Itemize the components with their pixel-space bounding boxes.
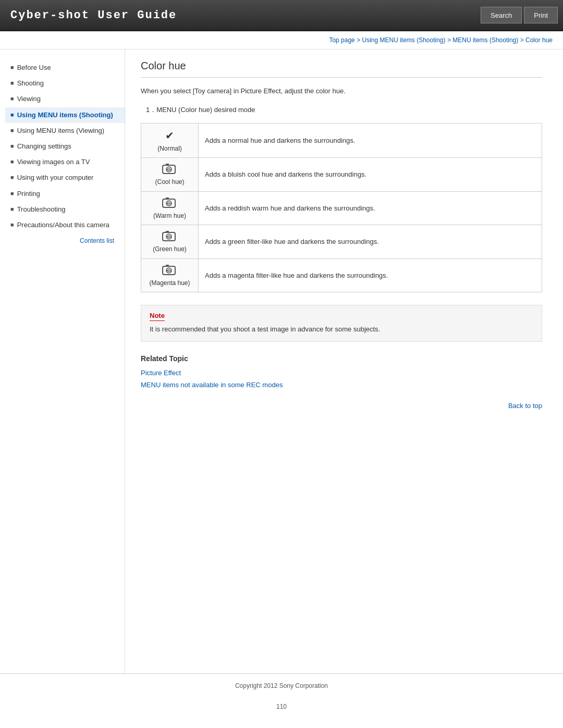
table-cell-desc: Adds a green filter-like hue and darkens… [199,225,542,259]
sidebar-label: Using MENU items (Shooting) [17,110,113,120]
table-row: TOY (Magenta hue) Adds a magenta filter-… [141,258,542,292]
sidebar-item-using-computer[interactable]: ■ Using with your computer [5,170,125,186]
table-row: TOY (Green hue) Adds a green filter-like… [141,225,542,259]
page-title: Color hue [141,60,542,78]
sidebar-item-viewing[interactable]: ■ Viewing [5,91,125,107]
hue-label: (Cool hue) [155,178,184,186]
table-cell-desc: Adds a magenta filter-like hue and darke… [199,258,542,292]
breadcrumb-link-1[interactable]: Top page [329,36,354,44]
toy-camera-icon: TOY [162,196,176,211]
svg-rect-8 [166,198,169,199]
main-content: Color hue When you select [Toy camera] i… [125,50,563,673]
toy-camera-icon: TOY [162,162,176,177]
bullet-icon: ■ [10,221,14,229]
table-cell-icon: ✔ (Normal) [141,123,199,158]
hue-label: (Green hue) [153,245,187,253]
header-buttons: Search Print [481,0,563,30]
sidebar-label: Troubleshooting [17,205,66,214]
hue-label: (Warm hue) [153,212,186,219]
contents-list-link[interactable]: Contents list [5,233,125,249]
table-row: ✔ (Normal) Adds a normal hue and darkens… [141,123,542,158]
related-topic-title: Related Topic [141,354,542,363]
app-title: Cyber-shot User Guide [10,9,177,22]
related-topic: Related Topic Picture Effect MENU items … [141,354,542,391]
note-title: Note [150,312,165,321]
table-cell-icon: TOY (Magenta hue) [141,258,199,292]
hue-label: (Magenta hue) [149,279,190,287]
svg-text:TOY: TOY [166,202,172,205]
sidebar-item-using-menu-shooting[interactable]: ■ Using MENU items (Shooting) [5,107,125,123]
sidebar-item-printing[interactable]: ■ Printing [5,186,125,202]
main-layout: ■ Before Use ■ Shooting ■ Viewing ■ Usin… [0,50,563,673]
page-number: 110 [0,698,563,715]
bullet-icon: ■ [10,111,14,119]
breadcrumb-link-3[interactable]: MENU items (Shooting) [452,36,518,44]
breadcrumb-link-4[interactable]: Color hue [525,36,553,44]
sidebar-label: Changing settings [17,142,71,151]
sidebar-label: Printing [17,189,40,199]
header: Cyber-shot User Guide Search Print [0,0,563,31]
table-cell-desc: Adds a normal hue and darkens the surrou… [199,123,542,158]
sidebar-label: Viewing images on a TV [17,157,90,167]
related-link-2[interactable]: MENU items not available in some REC mod… [141,379,542,391]
sidebar-item-troubleshooting[interactable]: ■ Troubleshooting [5,202,125,217]
sidebar-item-before-use[interactable]: ■ Before Use [5,60,125,76]
sidebar-label: Using with your computer [17,173,94,182]
bullet-icon: ■ [10,79,14,87]
note-text: It is recommended that you shoot a test … [150,324,533,335]
hue-table: ✔ (Normal) Adds a normal hue and darkens… [141,123,542,293]
footer: Copyright 2012 Sony Corporation [0,673,563,698]
breadcrumb: Top page > Using MENU items (Shooting) >… [0,31,563,50]
breadcrumb-sep-1: > [357,36,362,44]
table-cell-icon: TOY (Warm hue) [141,191,199,225]
table-cell-desc: Adds a reddish warm hue and darkens the … [199,191,542,225]
sidebar-item-precautions[interactable]: ■ Precautions/About this camera [5,217,125,233]
svg-text:TOY: TOY [166,269,172,273]
note-box: Note It is recommended that you shoot a … [141,305,542,342]
svg-rect-13 [166,231,169,232]
sidebar-item-using-menu-viewing[interactable]: ■ Using MENU items (Viewing) [5,123,125,139]
menu-instruction: 1．MENU (Color hue) desired mode [141,105,542,115]
svg-rect-3 [166,164,169,165]
bullet-icon: ■ [10,205,14,213]
svg-text:TOY: TOY [166,236,172,239]
sidebar-label: Precautions/About this camera [17,220,109,230]
breadcrumb-link-2[interactable]: Using MENU items (Shooting) [362,36,445,44]
bullet-icon: ■ [10,142,14,150]
check-icon: ✔ [165,130,174,141]
print-button[interactable]: Print [524,7,558,23]
back-to-top-link[interactable]: Back to top [141,402,542,410]
copyright-text: Copyright 2012 Sony Corporation [235,682,328,689]
toy-camera-icon: TOY [162,229,176,244]
bullet-icon: ■ [10,174,14,181]
sidebar-item-shooting[interactable]: ■ Shooting [5,76,125,91]
bullet-icon: ■ [10,95,14,103]
breadcrumb-sep-2: > [447,36,452,44]
sidebar-label: Using MENU items (Viewing) [17,126,104,135]
svg-rect-18 [166,265,169,266]
bullet-icon: ■ [10,158,14,166]
header-title-area: Cyber-shot User Guide [0,0,481,30]
search-button[interactable]: Search [481,7,522,23]
sidebar-label: Shooting [17,79,44,88]
table-row: TOY (Cool hue) Adds a bluish cool hue an… [141,158,542,192]
sidebar-item-viewing-tv[interactable]: ■ Viewing images on a TV [5,154,125,170]
intro-text: When you select [Toy camera] in Picture … [141,86,542,97]
bullet-icon: ■ [10,190,14,198]
table-cell-icon: TOY (Cool hue) [141,158,199,192]
related-link-1[interactable]: Picture Effect [141,367,542,379]
bullet-icon: ■ [10,127,14,134]
toy-camera-icon: TOY [162,263,176,278]
table-cell-icon: TOY (Green hue) [141,225,199,259]
svg-text:TOY: TOY [166,168,172,171]
sidebar: ■ Before Use ■ Shooting ■ Viewing ■ Usin… [0,50,125,673]
table-row: TOY (Warm hue) Adds a reddish warm hue a… [141,191,542,225]
hue-label: (Normal) [157,145,182,152]
breadcrumb-sep-3: > [520,36,525,44]
sidebar-item-changing-settings[interactable]: ■ Changing settings [5,139,125,154]
bullet-icon: ■ [10,64,14,71]
sidebar-label: Before Use [17,63,51,72]
table-cell-desc: Adds a bluish cool hue and darkens the s… [199,158,542,192]
sidebar-label: Viewing [17,94,41,104]
